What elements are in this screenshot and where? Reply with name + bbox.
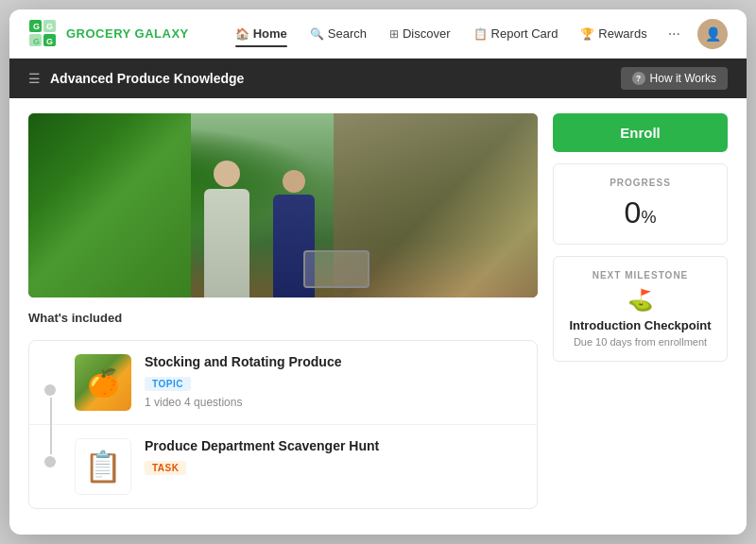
sub-header-title: Advanced Produce Knowledge bbox=[50, 71, 611, 86]
nav-item-search[interactable]: 🔍 Search bbox=[301, 21, 376, 46]
nav-items: 🏠 Home 🔍 Search ⊞ Discover 📋 Report Card… bbox=[226, 19, 728, 49]
how-it-works-button[interactable]: ? How it Works bbox=[621, 67, 728, 90]
nav-item-rewards[interactable]: 🏆 Rewards bbox=[571, 21, 656, 46]
person-figure-1 bbox=[197, 161, 258, 298]
menu-icon: ☰ bbox=[28, 71, 41, 86]
progress-label: PROGRESS bbox=[567, 178, 713, 188]
milestone-title: Introduction Checkpoint bbox=[567, 318, 713, 332]
list-item[interactable]: 📋 Produce Department Scavenger Hunt TASK bbox=[29, 425, 537, 508]
app-frame: G G G G GROCERY GALAXY 🏠 Home 🔍 Search ⊞… bbox=[9, 9, 747, 535]
content-left: What's included 🍊 Stocking and Rotating … bbox=[28, 113, 538, 519]
logo-text: GROCERY GALAXY bbox=[66, 26, 189, 41]
item-info-1: Stocking and Rotating Produce TOPIC 1 vi… bbox=[145, 354, 524, 409]
nav-item-report-card[interactable]: 📋 Report Card bbox=[464, 21, 568, 46]
logo-icon: G G G G bbox=[28, 19, 59, 49]
milestone-icon: ⛳ bbox=[567, 288, 713, 313]
logo-area: G G G G GROCERY GALAXY bbox=[28, 19, 189, 49]
cart-decoration bbox=[303, 250, 369, 288]
nav-item-discover[interactable]: ⊞ Discover bbox=[380, 21, 460, 46]
sub-header: ☰ Advanced Produce Knowledge ? How it Wo… bbox=[9, 59, 747, 98]
milestone-label: NEXT MILESTONE bbox=[567, 270, 713, 280]
svg-text:G: G bbox=[46, 22, 53, 31]
timeline-line bbox=[50, 388, 52, 461]
svg-text:G: G bbox=[33, 22, 40, 31]
list-item[interactable]: 🍊 Stocking and Rotating Produce TOPIC 1 … bbox=[29, 341, 537, 425]
top-nav: G G G G GROCERY GALAXY 🏠 Home 🔍 Search ⊞… bbox=[9, 9, 747, 59]
svg-text:G: G bbox=[46, 37, 53, 46]
question-icon: ? bbox=[632, 72, 645, 85]
progress-value: 0% bbox=[567, 196, 713, 230]
nav-item-home[interactable]: 🏠 Home bbox=[226, 21, 297, 46]
report-card-icon: 📋 bbox=[473, 27, 488, 41]
discover-icon: ⊞ bbox=[389, 27, 399, 41]
home-icon: 🏠 bbox=[235, 27, 249, 41]
item-info-2: Produce Department Scavenger Hunt TASK bbox=[145, 438, 524, 480]
timeline-dot-1 bbox=[43, 382, 58, 398]
whats-included-label: What's included bbox=[28, 311, 538, 325]
item-badge-1: TOPIC bbox=[145, 377, 191, 391]
nav-more-button[interactable]: ··· bbox=[661, 20, 688, 48]
item-meta-1: 1 video 4 questions bbox=[145, 396, 524, 409]
avatar[interactable]: 👤 bbox=[697, 19, 728, 49]
rewards-icon: 🏆 bbox=[580, 27, 594, 41]
item-title-2: Produce Department Scavenger Hunt bbox=[145, 438, 524, 453]
timeline-dot-2 bbox=[43, 454, 58, 469]
item-title-1: Stocking and Rotating Produce bbox=[145, 354, 524, 369]
milestone-card: NEXT MILESTONE ⛳ Introduction Checkpoint… bbox=[553, 256, 728, 362]
items-list: 🍊 Stocking and Rotating Produce TOPIC 1 … bbox=[28, 340, 538, 509]
enroll-button[interactable]: Enroll bbox=[553, 113, 728, 152]
milestone-due: Due 10 days from enrollment bbox=[567, 336, 713, 348]
item-badge-2: TASK bbox=[145, 461, 186, 475]
item-thumb-task: 📋 bbox=[75, 438, 131, 495]
svg-text:G: G bbox=[33, 37, 40, 46]
search-icon: 🔍 bbox=[310, 27, 324, 41]
produce-scene bbox=[28, 113, 538, 298]
hero-image bbox=[28, 113, 538, 298]
progress-card: PROGRESS 0% bbox=[553, 163, 728, 245]
main-content: What's included 🍊 Stocking and Rotating … bbox=[9, 98, 747, 535]
item-thumb-produce: 🍊 bbox=[75, 354, 131, 411]
content-right: Enroll PROGRESS 0% NEXT MILESTONE ⛳ Intr… bbox=[553, 113, 728, 519]
